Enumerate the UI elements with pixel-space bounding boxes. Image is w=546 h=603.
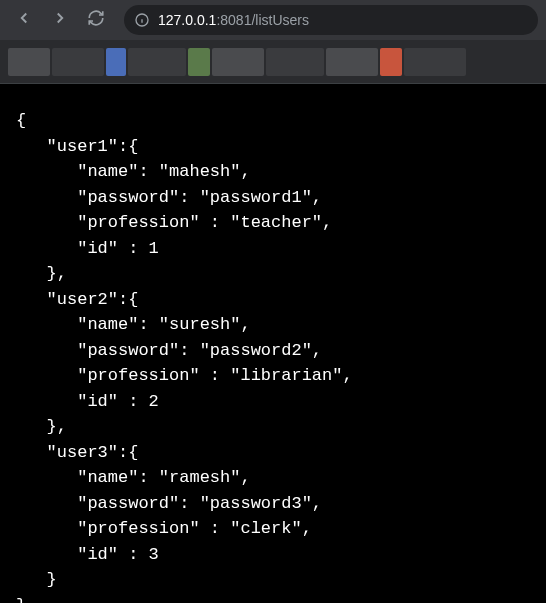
bookmarks-bar [0, 40, 546, 84]
bookmark-item[interactable] [52, 48, 104, 76]
bookmark-item[interactable] [380, 48, 402, 76]
reload-icon [87, 9, 105, 31]
url-port: :8081 [216, 12, 251, 28]
json-response-body: { "user1":{ "name": "mahesh", "password"… [16, 108, 530, 603]
url-text: 127.0.0.1:8081/listUsers [158, 12, 309, 28]
back-icon [15, 9, 33, 31]
bookmark-item[interactable] [326, 48, 378, 76]
bookmark-item[interactable] [212, 48, 264, 76]
url-host: 127.0.0.1 [158, 12, 216, 28]
page-content: { "user1":{ "name": "mahesh", "password"… [0, 84, 546, 603]
bookmark-item[interactable] [404, 48, 466, 76]
bookmark-item[interactable] [128, 48, 186, 76]
bookmark-item[interactable] [8, 48, 50, 76]
forward-button[interactable] [44, 4, 76, 36]
info-icon [134, 12, 150, 28]
bookmark-item[interactable] [266, 48, 324, 76]
back-button[interactable] [8, 4, 40, 36]
forward-icon [51, 9, 69, 31]
address-bar[interactable]: 127.0.0.1:8081/listUsers [124, 5, 538, 35]
url-path: /listUsers [251, 12, 309, 28]
browser-toolbar: 127.0.0.1:8081/listUsers [0, 0, 546, 40]
bookmark-item[interactable] [106, 48, 126, 76]
bookmark-item[interactable] [188, 48, 210, 76]
reload-button[interactable] [80, 4, 112, 36]
